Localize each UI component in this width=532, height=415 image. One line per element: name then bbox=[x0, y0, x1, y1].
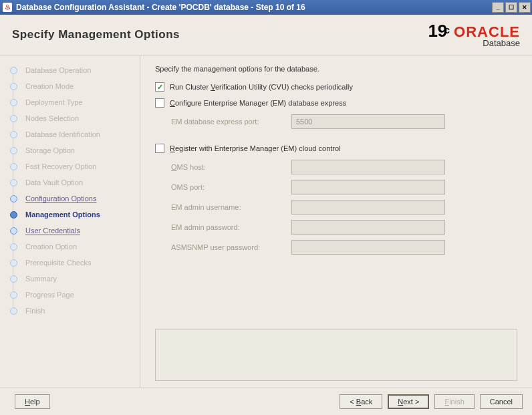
window-title: Database Configuration Assistant - Creat… bbox=[16, 3, 305, 12]
step-deployment-type[interactable]: Deployment Type bbox=[9, 94, 136, 110]
step-creation-option[interactable]: Creation Option bbox=[9, 239, 136, 255]
step-progress-page[interactable]: Progress Page bbox=[9, 287, 136, 303]
sidebar: Database Operation Creation Mode Deploym… bbox=[0, 55, 140, 388]
window-titlebar: ♨ Database Configuration Assistant - Cre… bbox=[0, 0, 532, 15]
step-storage-option[interactable]: Storage Option bbox=[9, 142, 136, 158]
brand-oracle: ORACLE bbox=[454, 24, 520, 40]
footer: Help < Back Next > Finish Cancel bbox=[0, 388, 532, 415]
em-cloud-checkbox[interactable] bbox=[155, 144, 164, 153]
em-express-label: Configure Enterprise Manager (EM) databa… bbox=[170, 99, 346, 107]
oms-port-label: OMS port: bbox=[171, 183, 291, 191]
asmsnmp-password-label: ASMSNMP user password: bbox=[171, 243, 291, 251]
em-cloud-group: OMS host: OMS port: EM admin username: E… bbox=[171, 160, 517, 260]
step-creation-mode[interactable]: Creation Mode bbox=[9, 78, 136, 94]
message-area bbox=[155, 329, 517, 381]
brand-c: c bbox=[444, 25, 450, 35]
em-express-checkbox[interactable] bbox=[155, 98, 164, 108]
header: Specify Management Options 19c ORACLE Da… bbox=[0, 15, 532, 55]
em-cloud-row: Register with Enterprise Manager (EM) cl… bbox=[155, 144, 517, 153]
em-express-group: EM database express port: bbox=[171, 114, 517, 134]
step-list: Database Operation Creation Mode Deploym… bbox=[9, 62, 136, 319]
step-data-vault-option[interactable]: Data Vault Option bbox=[9, 174, 136, 190]
oracle-brand: 19c ORACLE Database bbox=[428, 21, 520, 49]
java-icon: ♨ bbox=[3, 3, 12, 12]
step-management-options[interactable]: Management Options bbox=[9, 206, 136, 223]
main-panel: Specify the management options for the d… bbox=[140, 55, 532, 388]
next-button[interactable]: Next > bbox=[388, 394, 429, 409]
step-prerequisite-checks[interactable]: Prerequisite Checks bbox=[9, 255, 136, 271]
em-admin-username-label: EM admin username: bbox=[171, 203, 291, 211]
cancel-button[interactable]: Cancel bbox=[480, 394, 523, 409]
oms-host-input[interactable] bbox=[291, 160, 445, 174]
body: Database Operation Creation Mode Deploym… bbox=[0, 55, 532, 388]
em-express-row: Configure Enterprise Manager (EM) databa… bbox=[155, 98, 517, 108]
minimize-button[interactable]: _ bbox=[492, 2, 504, 13]
em-cloud-label: Register with Enterprise Manager (EM) cl… bbox=[170, 144, 341, 152]
maximize-button[interactable]: ☐ bbox=[505, 2, 517, 13]
em-port-label: EM database express port: bbox=[171, 118, 291, 126]
help-button[interactable]: Help bbox=[15, 394, 50, 409]
finish-button[interactable]: Finish bbox=[434, 394, 474, 409]
step-database-identification[interactable]: Database Identification bbox=[9, 126, 136, 142]
oms-port-input[interactable] bbox=[291, 180, 445, 194]
step-finish[interactable]: Finish bbox=[9, 303, 136, 319]
oms-host-label: OMS host: bbox=[171, 163, 291, 171]
step-user-credentials[interactable]: User Credentials bbox=[9, 223, 136, 239]
em-port-input[interactable] bbox=[291, 114, 445, 129]
asmsnmp-password-input[interactable] bbox=[291, 240, 445, 255]
em-admin-password-input[interactable] bbox=[291, 220, 445, 235]
step-fast-recovery-option[interactable]: Fast Recovery Option bbox=[9, 158, 136, 174]
em-admin-username-input[interactable] bbox=[291, 200, 445, 215]
step-database-operation[interactable]: Database Operation bbox=[9, 62, 136, 78]
cvu-row: Run Cluster Verification Utility (CVU) c… bbox=[155, 82, 517, 92]
cvu-checkbox[interactable] bbox=[155, 82, 164, 92]
step-nodes-selection[interactable]: Nodes Selection bbox=[9, 110, 136, 126]
step-configuration-options[interactable]: Configuration Options bbox=[9, 190, 136, 206]
cvu-label: Run Cluster Verification Utility (CVU) c… bbox=[170, 83, 353, 91]
page-title: Specify Management Options bbox=[12, 28, 180, 41]
step-summary[interactable]: Summary bbox=[9, 271, 136, 287]
instruction-text: Specify the management options for the d… bbox=[155, 65, 517, 73]
em-admin-password-label: EM admin password: bbox=[171, 223, 291, 231]
back-button[interactable]: < Back bbox=[340, 394, 382, 409]
close-button[interactable]: ✕ bbox=[519, 2, 531, 13]
